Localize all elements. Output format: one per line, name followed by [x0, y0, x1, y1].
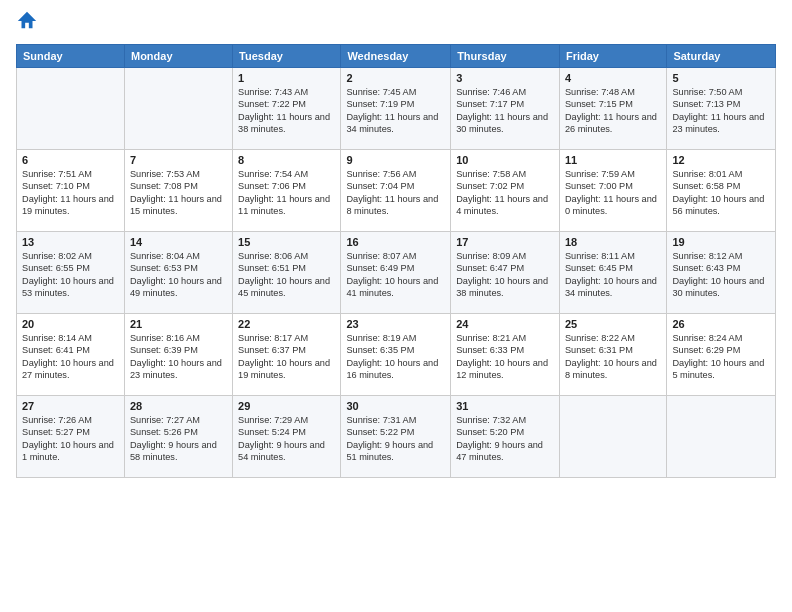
day-number: 8	[238, 154, 335, 166]
calendar-cell: 12Sunrise: 8:01 AM Sunset: 6:58 PM Dayli…	[667, 150, 776, 232]
day-number: 30	[346, 400, 445, 412]
day-info: Sunrise: 7:48 AM Sunset: 7:15 PM Dayligh…	[565, 86, 661, 136]
day-number: 28	[130, 400, 227, 412]
calendar-cell: 4Sunrise: 7:48 AM Sunset: 7:15 PM Daylig…	[559, 68, 666, 150]
weekday-header-wednesday: Wednesday	[341, 45, 451, 68]
calendar-week-row: 1Sunrise: 7:43 AM Sunset: 7:22 PM Daylig…	[17, 68, 776, 150]
calendar-cell	[17, 68, 125, 150]
day-info: Sunrise: 7:27 AM Sunset: 5:26 PM Dayligh…	[130, 414, 227, 464]
day-number: 2	[346, 72, 445, 84]
day-info: Sunrise: 8:21 AM Sunset: 6:33 PM Dayligh…	[456, 332, 554, 382]
day-info: Sunrise: 7:54 AM Sunset: 7:06 PM Dayligh…	[238, 168, 335, 218]
day-info: Sunrise: 8:02 AM Sunset: 6:55 PM Dayligh…	[22, 250, 119, 300]
calendar-week-row: 27Sunrise: 7:26 AM Sunset: 5:27 PM Dayli…	[17, 396, 776, 478]
weekday-header-friday: Friday	[559, 45, 666, 68]
calendar-cell: 16Sunrise: 8:07 AM Sunset: 6:49 PM Dayli…	[341, 232, 451, 314]
day-info: Sunrise: 8:12 AM Sunset: 6:43 PM Dayligh…	[672, 250, 770, 300]
weekday-header-saturday: Saturday	[667, 45, 776, 68]
day-number: 6	[22, 154, 119, 166]
day-number: 4	[565, 72, 661, 84]
day-number: 21	[130, 318, 227, 330]
calendar-cell: 9Sunrise: 7:56 AM Sunset: 7:04 PM Daylig…	[341, 150, 451, 232]
day-number: 29	[238, 400, 335, 412]
day-number: 10	[456, 154, 554, 166]
day-info: Sunrise: 7:29 AM Sunset: 5:24 PM Dayligh…	[238, 414, 335, 464]
svg-marker-0	[18, 12, 36, 29]
day-number: 12	[672, 154, 770, 166]
calendar-week-row: 6Sunrise: 7:51 AM Sunset: 7:10 PM Daylig…	[17, 150, 776, 232]
calendar-cell: 18Sunrise: 8:11 AM Sunset: 6:45 PM Dayli…	[559, 232, 666, 314]
calendar-cell: 13Sunrise: 8:02 AM Sunset: 6:55 PM Dayli…	[17, 232, 125, 314]
weekday-header-row: SundayMondayTuesdayWednesdayThursdayFrid…	[17, 45, 776, 68]
calendar-cell: 5Sunrise: 7:50 AM Sunset: 7:13 PM Daylig…	[667, 68, 776, 150]
calendar-cell: 21Sunrise: 8:16 AM Sunset: 6:39 PM Dayli…	[124, 314, 232, 396]
day-number: 19	[672, 236, 770, 248]
calendar-cell: 24Sunrise: 8:21 AM Sunset: 6:33 PM Dayli…	[451, 314, 560, 396]
day-number: 11	[565, 154, 661, 166]
day-number: 24	[456, 318, 554, 330]
calendar-cell: 14Sunrise: 8:04 AM Sunset: 6:53 PM Dayli…	[124, 232, 232, 314]
page: SundayMondayTuesdayWednesdayThursdayFrid…	[0, 0, 792, 612]
calendar-cell: 20Sunrise: 8:14 AM Sunset: 6:41 PM Dayli…	[17, 314, 125, 396]
day-info: Sunrise: 7:45 AM Sunset: 7:19 PM Dayligh…	[346, 86, 445, 136]
calendar-body: 1Sunrise: 7:43 AM Sunset: 7:22 PM Daylig…	[17, 68, 776, 478]
day-number: 13	[22, 236, 119, 248]
weekday-header-monday: Monday	[124, 45, 232, 68]
day-number: 26	[672, 318, 770, 330]
calendar-cell: 30Sunrise: 7:31 AM Sunset: 5:22 PM Dayli…	[341, 396, 451, 478]
logo	[16, 12, 40, 36]
calendar-cell: 26Sunrise: 8:24 AM Sunset: 6:29 PM Dayli…	[667, 314, 776, 396]
weekday-header-thursday: Thursday	[451, 45, 560, 68]
day-info: Sunrise: 8:01 AM Sunset: 6:58 PM Dayligh…	[672, 168, 770, 218]
day-number: 3	[456, 72, 554, 84]
day-info: Sunrise: 7:50 AM Sunset: 7:13 PM Dayligh…	[672, 86, 770, 136]
day-info: Sunrise: 8:22 AM Sunset: 6:31 PM Dayligh…	[565, 332, 661, 382]
calendar-cell: 28Sunrise: 7:27 AM Sunset: 5:26 PM Dayli…	[124, 396, 232, 478]
day-info: Sunrise: 7:56 AM Sunset: 7:04 PM Dayligh…	[346, 168, 445, 218]
calendar-cell: 25Sunrise: 8:22 AM Sunset: 6:31 PM Dayli…	[559, 314, 666, 396]
day-number: 23	[346, 318, 445, 330]
weekday-header-sunday: Sunday	[17, 45, 125, 68]
day-number: 1	[238, 72, 335, 84]
day-info: Sunrise: 8:19 AM Sunset: 6:35 PM Dayligh…	[346, 332, 445, 382]
calendar-cell: 6Sunrise: 7:51 AM Sunset: 7:10 PM Daylig…	[17, 150, 125, 232]
calendar-cell	[667, 396, 776, 478]
day-number: 17	[456, 236, 554, 248]
calendar-cell	[559, 396, 666, 478]
day-number: 18	[565, 236, 661, 248]
calendar-cell: 3Sunrise: 7:46 AM Sunset: 7:17 PM Daylig…	[451, 68, 560, 150]
calendar-cell: 23Sunrise: 8:19 AM Sunset: 6:35 PM Dayli…	[341, 314, 451, 396]
calendar-header: SundayMondayTuesdayWednesdayThursdayFrid…	[17, 45, 776, 68]
calendar-cell: 29Sunrise: 7:29 AM Sunset: 5:24 PM Dayli…	[233, 396, 341, 478]
day-info: Sunrise: 7:53 AM Sunset: 7:08 PM Dayligh…	[130, 168, 227, 218]
day-info: Sunrise: 8:04 AM Sunset: 6:53 PM Dayligh…	[130, 250, 227, 300]
day-number: 20	[22, 318, 119, 330]
calendar-cell: 31Sunrise: 7:32 AM Sunset: 5:20 PM Dayli…	[451, 396, 560, 478]
day-number: 7	[130, 154, 227, 166]
day-info: Sunrise: 7:31 AM Sunset: 5:22 PM Dayligh…	[346, 414, 445, 464]
day-info: Sunrise: 8:16 AM Sunset: 6:39 PM Dayligh…	[130, 332, 227, 382]
day-number: 5	[672, 72, 770, 84]
calendar-cell: 8Sunrise: 7:54 AM Sunset: 7:06 PM Daylig…	[233, 150, 341, 232]
calendar-cell	[124, 68, 232, 150]
day-info: Sunrise: 8:09 AM Sunset: 6:47 PM Dayligh…	[456, 250, 554, 300]
day-info: Sunrise: 7:46 AM Sunset: 7:17 PM Dayligh…	[456, 86, 554, 136]
day-info: Sunrise: 8:11 AM Sunset: 6:45 PM Dayligh…	[565, 250, 661, 300]
day-info: Sunrise: 7:51 AM Sunset: 7:10 PM Dayligh…	[22, 168, 119, 218]
calendar-cell: 10Sunrise: 7:58 AM Sunset: 7:02 PM Dayli…	[451, 150, 560, 232]
calendar-cell: 15Sunrise: 8:06 AM Sunset: 6:51 PM Dayli…	[233, 232, 341, 314]
day-info: Sunrise: 8:17 AM Sunset: 6:37 PM Dayligh…	[238, 332, 335, 382]
day-info: Sunrise: 8:06 AM Sunset: 6:51 PM Dayligh…	[238, 250, 335, 300]
calendar-table: SundayMondayTuesdayWednesdayThursdayFrid…	[16, 44, 776, 478]
day-info: Sunrise: 8:24 AM Sunset: 6:29 PM Dayligh…	[672, 332, 770, 382]
calendar-cell: 11Sunrise: 7:59 AM Sunset: 7:00 PM Dayli…	[559, 150, 666, 232]
day-info: Sunrise: 7:59 AM Sunset: 7:00 PM Dayligh…	[565, 168, 661, 218]
day-info: Sunrise: 8:07 AM Sunset: 6:49 PM Dayligh…	[346, 250, 445, 300]
day-info: Sunrise: 7:32 AM Sunset: 5:20 PM Dayligh…	[456, 414, 554, 464]
calendar-cell: 1Sunrise: 7:43 AM Sunset: 7:22 PM Daylig…	[233, 68, 341, 150]
calendar-week-row: 20Sunrise: 8:14 AM Sunset: 6:41 PM Dayli…	[17, 314, 776, 396]
calendar-cell: 27Sunrise: 7:26 AM Sunset: 5:27 PM Dayli…	[17, 396, 125, 478]
calendar-week-row: 13Sunrise: 8:02 AM Sunset: 6:55 PM Dayli…	[17, 232, 776, 314]
day-info: Sunrise: 8:14 AM Sunset: 6:41 PM Dayligh…	[22, 332, 119, 382]
day-number: 22	[238, 318, 335, 330]
